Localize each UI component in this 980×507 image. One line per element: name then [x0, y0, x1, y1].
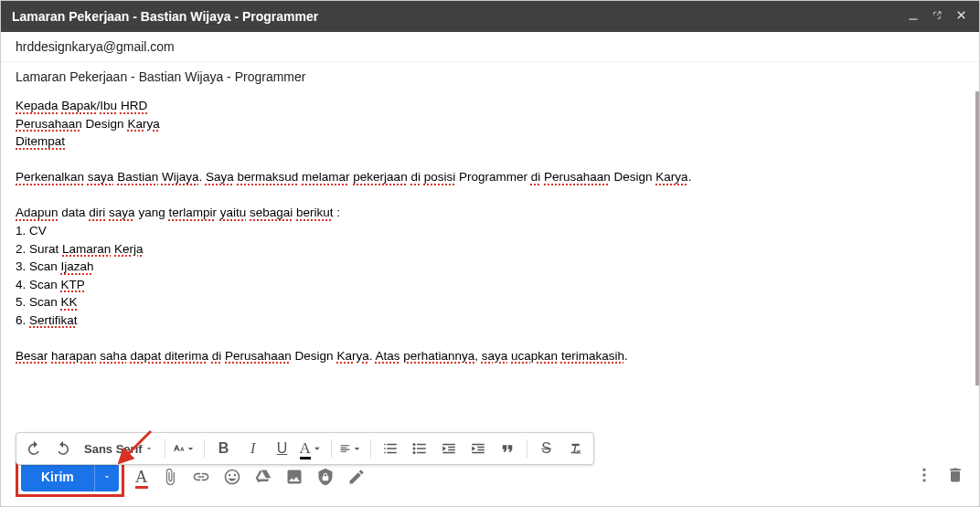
svg-point-6 [922, 473, 925, 476]
indent-less-button[interactable] [437, 437, 461, 460]
svg-point-3 [412, 451, 415, 454]
recipients-field[interactable]: hrddesignkarya@gmail.com [1, 32, 979, 62]
compose-window: Lamaran Pekerjaan - Bastian Wijaya - Pro… [0, 0, 980, 507]
numbered-list-button[interactable] [378, 437, 402, 460]
font-size-button[interactable] [173, 437, 197, 460]
bold-button[interactable]: B [212, 437, 236, 460]
insert-link-button[interactable] [192, 468, 210, 486]
undo-button[interactable] [22, 437, 46, 460]
email-body[interactable]: Kepada Bapak/Ibu HRD Perusahaan Design K… [1, 91, 979, 386]
strikethrough-button[interactable]: S [535, 437, 559, 460]
popout-icon[interactable] [931, 9, 943, 25]
underline-button[interactable]: U [271, 437, 294, 460]
svg-point-7 [922, 479, 925, 481]
svg-point-5 [922, 469, 925, 471]
formatting-toggle-button[interactable]: A [135, 467, 148, 487]
attach-file-button[interactable] [161, 468, 179, 486]
insert-emoji-button[interactable] [223, 468, 241, 486]
send-options-button[interactable] [94, 463, 119, 491]
quote-button[interactable] [495, 437, 519, 460]
subject-field[interactable]: Lamaran Pekerjaan - Bastian Wijaya - Pro… [1, 62, 979, 91]
italic-button[interactable]: I [241, 437, 265, 460]
svg-point-1 [412, 443, 415, 446]
insert-drive-button[interactable] [254, 468, 272, 486]
recipient-chip: hrddesignkarya@gmail.com [16, 39, 175, 54]
window-title: Lamaran Pekerjaan - Bastian Wijaya - Pro… [12, 9, 318, 24]
font-family-select[interactable]: Sans Serif [80, 440, 157, 458]
insert-signature-button[interactable] [347, 468, 366, 486]
minimize-icon[interactable] [907, 9, 920, 25]
svg-point-2 [412, 448, 415, 450]
more-options-button[interactable] [915, 466, 933, 488]
indent-more-button[interactable] [466, 437, 490, 460]
window-titlebar: Lamaran Pekerjaan - Bastian Wijaya - Pro… [1, 1, 979, 32]
subject-text: Lamaran Pekerjaan - Bastian Wijaya - Pro… [16, 69, 305, 84]
send-button[interactable]: Kirim [21, 462, 94, 491]
font-family-label: Sans Serif [84, 442, 143, 456]
window-controls [907, 8, 968, 25]
redo-button[interactable] [51, 437, 75, 460]
align-button[interactable] [339, 437, 363, 460]
svg-rect-0 [909, 18, 917, 19]
formatting-toolbar: Sans Serif B I U A S [16, 432, 594, 465]
close-icon[interactable] [954, 8, 968, 25]
remove-formatting-button[interactable] [564, 437, 588, 460]
bulleted-list-button[interactable] [408, 437, 431, 460]
discard-draft-button[interactable] [946, 466, 964, 488]
confidential-mode-button[interactable] [316, 468, 335, 486]
insert-photo-button[interactable] [285, 468, 304, 486]
text-color-button[interactable]: A [300, 437, 324, 460]
